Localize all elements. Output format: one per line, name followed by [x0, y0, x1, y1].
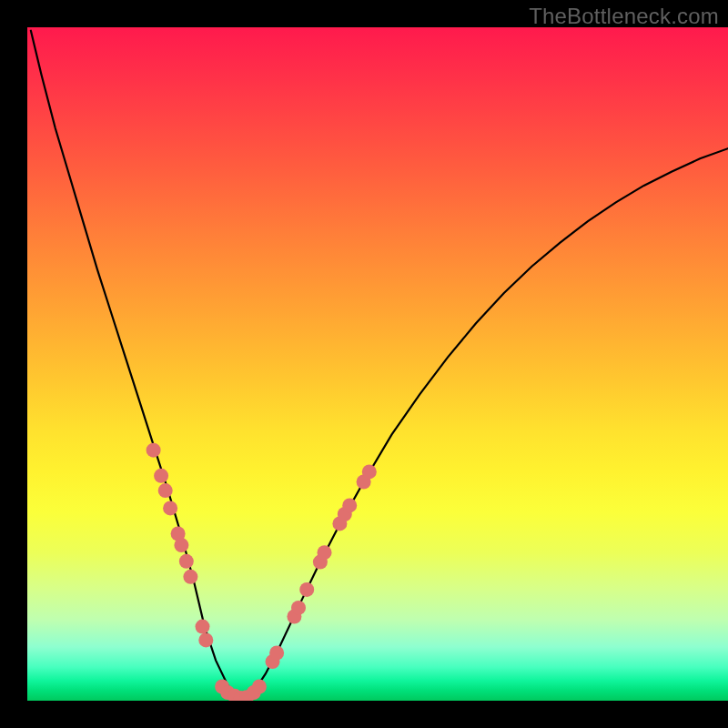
plot-area [27, 27, 728, 701]
marker-dot [342, 498, 357, 512]
marker-dot [196, 620, 210, 634]
marker-dot [299, 582, 314, 597]
marker-dot [318, 545, 332, 560]
chart-frame: TheBottleneck.com [0, 0, 728, 728]
curve-layer [27, 27, 728, 701]
marker-dot [252, 680, 267, 694]
bottleneck-curve [31, 31, 728, 698]
marker-dot [174, 538, 188, 552]
marker-dot [362, 464, 377, 479]
marker-dot [198, 632, 213, 647]
marker-dot [291, 601, 306, 615]
marker-dot [147, 443, 161, 458]
marker-dot [183, 570, 197, 584]
marker-dot [179, 554, 194, 569]
marker-dot [154, 469, 168, 483]
marker-dot [163, 500, 177, 515]
marker-dot [269, 646, 284, 661]
watermark-text: TheBottleneck.com [529, 4, 719, 29]
marker-dot [158, 483, 173, 498]
marker-group [147, 443, 377, 701]
